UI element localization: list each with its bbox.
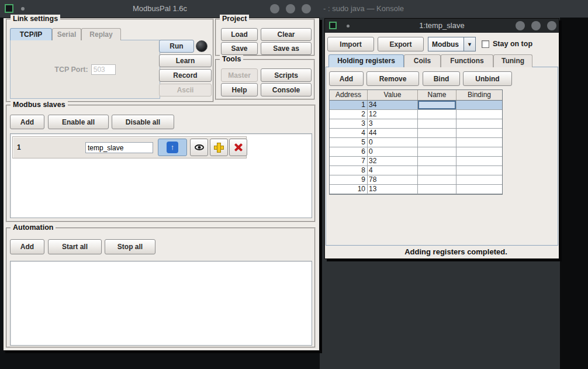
cell-address[interactable]: 9 — [330, 175, 368, 185]
cell-name[interactable] — [418, 138, 456, 147]
load-button[interactable]: Load — [221, 28, 258, 41]
chevron-down-icon[interactable]: ▼ — [464, 37, 475, 51]
maximize-button[interactable] — [286, 4, 295, 13]
remove-register-button[interactable]: Remove — [366, 71, 419, 86]
slave-enable-toggle[interactable]: ↑ — [158, 139, 187, 156]
tab-functions[interactable]: Functions — [441, 54, 493, 67]
export-button[interactable]: Export — [378, 37, 424, 51]
save-button[interactable]: Save — [221, 42, 258, 55]
cell-address[interactable]: 5 — [330, 138, 368, 147]
tab-tuning[interactable]: Tuning — [493, 54, 532, 67]
table-row[interactable]: 732 — [330, 157, 502, 166]
table-row[interactable]: 33 — [330, 119, 502, 129]
cell-address[interactable]: 8 — [330, 166, 368, 175]
cell-binding[interactable] — [456, 166, 502, 175]
slave-maximize-button[interactable] — [531, 21, 541, 30]
automation-add-button[interactable]: Add — [10, 239, 44, 254]
console-button[interactable]: Console — [261, 83, 312, 96]
add-register-button[interactable]: Add — [329, 71, 364, 86]
column-header-binding[interactable]: Binding — [456, 90, 502, 100]
cell-value[interactable]: 34 — [368, 101, 418, 110]
cell-address[interactable]: 3 — [330, 119, 368, 129]
cell-address[interactable]: 1 — [330, 101, 368, 110]
cell-value[interactable]: 3 — [368, 119, 418, 129]
cell-address[interactable]: 6 — [330, 147, 368, 157]
cell-name[interactable] — [418, 185, 456, 194]
cell-value[interactable]: 32 — [368, 157, 418, 166]
cell-binding[interactable] — [456, 119, 502, 129]
clear-button[interactable]: Clear — [261, 28, 312, 41]
slave-name-input[interactable] — [85, 142, 153, 153]
table-row[interactable]: 134 — [330, 101, 502, 110]
tab-tcpip[interactable]: TCP/IP — [10, 28, 52, 40]
cell-binding[interactable] — [456, 185, 502, 194]
column-header-name[interactable]: Name — [418, 90, 456, 100]
slave-automation-button[interactable] — [210, 139, 228, 156]
table-row[interactable]: 84 — [330, 166, 502, 175]
cell-name[interactable] — [418, 147, 456, 157]
slave-close-button[interactable] — [547, 21, 556, 30]
slave-row[interactable]: 1 ↑ — [12, 136, 247, 158]
save-as-button[interactable]: Save as — [261, 42, 312, 55]
enable-all-button[interactable]: Enable all — [48, 115, 109, 129]
column-header-address[interactable]: Address — [330, 90, 368, 100]
scripts-button[interactable]: Scripts — [261, 68, 312, 82]
add-slave-button[interactable]: Add — [10, 115, 44, 129]
stop-all-button[interactable]: Stop all — [105, 239, 155, 254]
cell-address[interactable]: 2 — [330, 110, 368, 119]
cell-address[interactable]: 10 — [330, 185, 368, 194]
stay-on-top-checkbox[interactable] — [482, 40, 489, 48]
cell-binding[interactable] — [456, 129, 502, 138]
record-button[interactable]: Record — [159, 69, 212, 82]
table-row[interactable]: 50 — [330, 138, 502, 147]
cell-binding[interactable] — [456, 110, 502, 119]
cell-name[interactable] — [418, 119, 456, 129]
cell-name[interactable] — [418, 110, 456, 119]
cell-binding[interactable] — [456, 138, 502, 147]
cell-name[interactable] — [418, 101, 456, 110]
cell-name[interactable] — [418, 175, 456, 185]
table-row[interactable]: 978 — [330, 175, 502, 185]
slave-minimize-button[interactable] — [516, 21, 525, 30]
cell-value[interactable]: 12 — [368, 110, 418, 119]
learn-button[interactable]: Learn — [159, 54, 212, 67]
tab-holding-registers[interactable]: Holding registers — [328, 54, 404, 67]
table-row[interactable]: 212 — [330, 110, 502, 119]
slave-view-button[interactable] — [190, 139, 208, 156]
tab-serial: Serial — [52, 28, 81, 40]
cell-binding[interactable] — [456, 147, 502, 157]
table-row[interactable]: 444 — [330, 129, 502, 138]
cell-value[interactable]: 44 — [368, 129, 418, 138]
slave-delete-button[interactable] — [229, 139, 247, 156]
cell-name[interactable] — [418, 129, 456, 138]
column-header-value[interactable]: Value — [368, 90, 418, 100]
combo-value: Modbus — [428, 37, 464, 51]
help-button[interactable]: Help — [221, 83, 258, 96]
cell-name[interactable] — [418, 166, 456, 175]
start-all-button[interactable]: Start all — [48, 239, 102, 254]
cell-binding[interactable] — [456, 157, 502, 166]
cell-binding[interactable] — [456, 101, 502, 110]
registers-table-body: 134212334445060732849781013 — [330, 101, 502, 194]
cell-value[interactable]: 78 — [368, 175, 418, 185]
disable-all-button[interactable]: Disable all — [112, 115, 174, 129]
cell-value[interactable]: 0 — [368, 138, 418, 147]
cell-value[interactable]: 0 — [368, 147, 418, 157]
import-button[interactable]: Import — [327, 37, 374, 51]
cell-value[interactable]: 13 — [368, 185, 418, 194]
cell-address[interactable]: 7 — [330, 157, 368, 166]
cell-binding[interactable] — [456, 175, 502, 185]
minimize-button[interactable] — [270, 4, 279, 13]
tab-coils[interactable]: Coils — [404, 54, 441, 67]
modbus-combo[interactable]: Modbus ▼ — [428, 37, 476, 51]
unbind-button[interactable]: Unbind — [463, 71, 512, 86]
cell-value[interactable]: 4 — [368, 166, 418, 175]
cell-name[interactable] — [418, 157, 456, 166]
run-button[interactable]: Run — [159, 40, 194, 53]
table-row[interactable]: 1013 — [330, 185, 502, 194]
bind-button[interactable]: Bind — [423, 71, 460, 86]
close-button[interactable] — [302, 4, 311, 13]
cell-address[interactable]: 4 — [330, 129, 368, 138]
up-arrow-icon: ↑ — [167, 142, 178, 153]
table-row[interactable]: 60 — [330, 147, 502, 157]
